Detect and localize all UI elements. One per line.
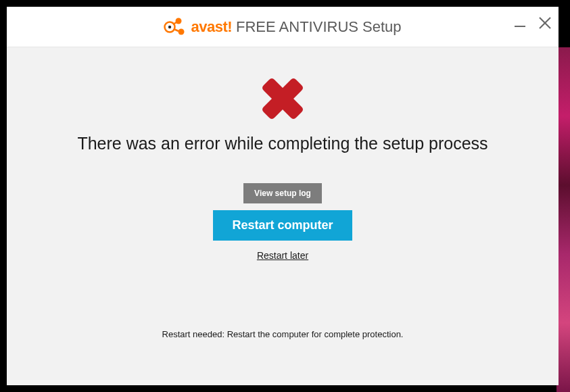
minimize-button[interactable]	[514, 17, 526, 29]
titlebar: avast! FREE ANTIVIRUS Setup	[7, 7, 559, 47]
window-controls	[514, 16, 552, 30]
svg-point-1	[168, 25, 171, 28]
error-x-icon	[258, 74, 307, 126]
content-area: There was an error while completing the …	[7, 47, 559, 385]
close-button[interactable]	[538, 16, 552, 30]
background-decoration	[556, 47, 570, 392]
restart-computer-button[interactable]: Restart computer	[213, 210, 352, 241]
svg-point-3	[179, 28, 185, 34]
error-heading: There was an error while completing the …	[77, 134, 488, 153]
footer-message: Restart needed: Restart the computer for…	[7, 329, 559, 339]
avast-logo-icon	[164, 16, 187, 39]
svg-line-5	[174, 29, 179, 31]
title-suffix: FREE ANTIVIRUS Setup	[236, 18, 402, 36]
title-content: avast! FREE ANTIVIRUS Setup	[164, 16, 401, 39]
restart-later-link[interactable]: Restart later	[257, 250, 308, 261]
brand-name: avast!	[191, 18, 232, 36]
view-setup-log-button[interactable]: View setup log	[243, 183, 322, 203]
setup-window: avast! FREE ANTIVIRUS Setup There was an…	[7, 7, 559, 385]
